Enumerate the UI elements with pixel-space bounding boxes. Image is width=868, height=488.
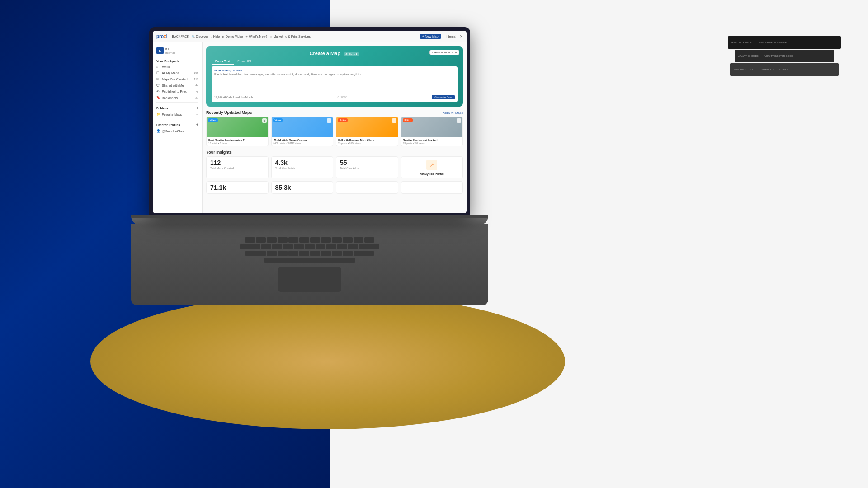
kb-key — [283, 244, 293, 249]
creator-section[interactable]: Creator Profiles + — [153, 121, 202, 128]
kb-key — [348, 244, 358, 249]
sidebar-item-all-maps[interactable]: ◫ All My Maps 166 — [153, 70, 202, 76]
map-name-3: Fall + Halloween Map, Chica... — [338, 139, 396, 141]
kb-key — [310, 237, 320, 243]
recently-updated-header: Recently Updated Maps View All Maps — [206, 110, 463, 115]
map-info-1: Best Seattle Restaurants - T... 10 point… — [207, 137, 268, 146]
internal-label: Internal — [446, 35, 456, 38]
sidebar-item-bookmarks[interactable]: 🔖 Bookmarks 21 — [153, 94, 202, 101]
kb-key — [354, 237, 363, 243]
nav-help[interactable]: ? Help — [211, 35, 220, 38]
book-3: ANALYTICS GUIDE VIEW PROJECTOR GUIDE — [730, 63, 839, 76]
maps-grid: Video ⊕ Best Seattle Restaurants - T... … — [206, 117, 463, 146]
map-card-2[interactable]: Video ··· World Wide Queer Commu... 8430… — [271, 117, 334, 146]
sidebar-item-created[interactable]: ⊞ Maps I've Created 112 — [153, 76, 202, 82]
view-all-maps-link[interactable]: View All Maps — [443, 111, 463, 114]
kb-key — [278, 251, 288, 256]
input-label: What would you like t... — [214, 69, 455, 72]
laptop-hinge — [131, 215, 488, 218]
laptop-screen: proxi BACKPACK 🔍 Discover ? Help ▶ Demo … — [153, 31, 467, 213]
kb-key — [288, 237, 298, 243]
nav-discover[interactable]: 🔍 Discover — [192, 35, 208, 38]
nav-whats-new[interactable]: ★ What's New? — [245, 35, 267, 38]
laptop-keyboard — [131, 224, 488, 305]
map-card-3[interactable]: Editor ··· Fall + Halloween Map, Chica..… — [336, 117, 398, 146]
kb-key — [245, 237, 255, 243]
map-meta-2: 8430 points • 103142 views — [274, 142, 331, 145]
map-info-2: World Wide Queer Commu... 8430 points • … — [272, 137, 333, 146]
user-section: K KT Internal — [153, 45, 202, 56]
folder-icon: 📁 — [156, 113, 160, 116]
map-info-3: Fall + Halloween Map, Chica... 24 points… — [336, 137, 398, 146]
app-body: K KT Internal Your Backpack ⌂ Home ◫ All… — [153, 42, 467, 213]
insight-label-checkins: Total Check-Ins — [340, 167, 394, 169]
kb-key — [310, 251, 320, 256]
map-thumb-2: Video ··· — [272, 117, 333, 137]
kb-key — [343, 251, 353, 256]
book-1: ANALYTICS GUIDE VIEW PROJECTOR GUIDE — [728, 36, 841, 49]
tab-from-text[interactable]: From Text — [212, 59, 234, 65]
insight-card-checkins: 55 Total Check-Ins — [336, 156, 398, 178]
insight-label-maps: Total Maps Created — [210, 167, 264, 169]
kb-key — [337, 244, 347, 249]
kb-key — [321, 237, 331, 243]
folders-section[interactable]: Folders + — [153, 104, 202, 111]
user-role: Internal — [165, 52, 175, 54]
insights-header: Your Insights — [206, 150, 463, 155]
nav-backpack[interactable]: BACKPACK — [172, 35, 189, 38]
sidebar: K KT Internal Your Backpack ⌂ Home ◫ All… — [153, 42, 203, 213]
home-icon: ⌂ — [156, 65, 160, 68]
avatar: K — [156, 47, 164, 54]
kb-key — [299, 251, 309, 256]
insight-value-maps: 112 — [210, 160, 264, 166]
map-thumb-1: Video ⊕ — [207, 117, 268, 137]
create-map-input[interactable] — [214, 73, 455, 91]
kb-key — [359, 244, 379, 249]
analytics-portal-icon: ↗ — [426, 160, 437, 170]
add-folder-icon[interactable]: + — [196, 106, 198, 110]
kb-key — [364, 237, 374, 243]
add-creator-icon[interactable]: + — [196, 122, 198, 127]
insight-label-points: Total Map Points — [275, 167, 330, 169]
map-thumb-4: Editor ··· — [401, 117, 463, 137]
tab-from-url[interactable]: From URL — [234, 59, 255, 65]
book-2: ANALYTICS GUIDE VIEW PROJECTOR GUIDE — [735, 50, 834, 62]
nav-marketing[interactable]: ✕ Marketing & Print Services — [270, 35, 310, 38]
insight-value-r2-2: 85.3k — [275, 184, 330, 191]
nav-demo[interactable]: ▶ Demo Video — [222, 35, 243, 38]
kb-key — [278, 237, 288, 243]
map-thumb-3: Editor ··· — [336, 117, 398, 137]
touchpad[interactable] — [278, 267, 341, 292]
sidebar-item-home[interactable]: ⌂ Home — [153, 64, 202, 70]
input-footer: 17,930 AI Calls Used this Month 0 / 8000… — [214, 94, 455, 99]
map-card-1[interactable]: Video ⊕ Best Seattle Restaurants - T... … — [206, 117, 269, 146]
kb-key — [261, 244, 271, 249]
generate-button[interactable]: Generate Now — [432, 95, 455, 99]
books-stack: ANALYTICS GUIDE VIEW PROJECTOR GUIDE ANA… — [728, 36, 841, 77]
kb-key — [354, 251, 374, 256]
shared-icon: 💬 — [156, 84, 160, 87]
map-card-4[interactable]: Editor ··· Seattle Restaurant Bucket L..… — [401, 117, 463, 146]
badge-editor-4: Editor — [403, 118, 413, 122]
insights-row2: 71.1k 85.3k — [206, 181, 463, 194]
sidebar-item-published[interactable]: 👁 Published to Proxi 78 — [153, 89, 202, 94]
insight-card-r2-2: 85.3k — [271, 181, 334, 194]
map-info-4: Seattle Restaurant Bucket L... 63 points… — [401, 137, 463, 146]
create-scratch-button[interactable]: Create from Scratch — [429, 50, 459, 55]
sidebar-item-shared[interactable]: 💬 Shared with Me 44 — [153, 82, 202, 89]
analytics-portal-card[interactable]: ↗ Analytics Portal — [401, 156, 463, 178]
close-button[interactable]: ✕ — [460, 34, 463, 38]
kb-key — [256, 237, 266, 243]
sidebar-item-favorite-maps[interactable]: 📁 Favorite Maps ··· — [153, 111, 202, 117]
analytics-portal-label: Analytics Portal — [420, 172, 444, 175]
creator-avatar-icon: 👤 — [156, 129, 160, 133]
kb-key — [343, 237, 353, 243]
badge-video-1: Video — [208, 118, 218, 122]
text-input-area: What would you like t... 17,930 AI Calls… — [212, 66, 458, 102]
kb-key — [267, 237, 277, 243]
sidebar-item-creator[interactable]: 👤 @KaradenClure — [153, 128, 202, 134]
new-map-button[interactable]: + New Map — [420, 34, 441, 39]
divider-2 — [156, 119, 198, 119]
created-icon: ⊞ — [156, 77, 160, 81]
laptop-bezel: proxi BACKPACK 🔍 Discover ? Help ▶ Demo … — [149, 27, 470, 217]
